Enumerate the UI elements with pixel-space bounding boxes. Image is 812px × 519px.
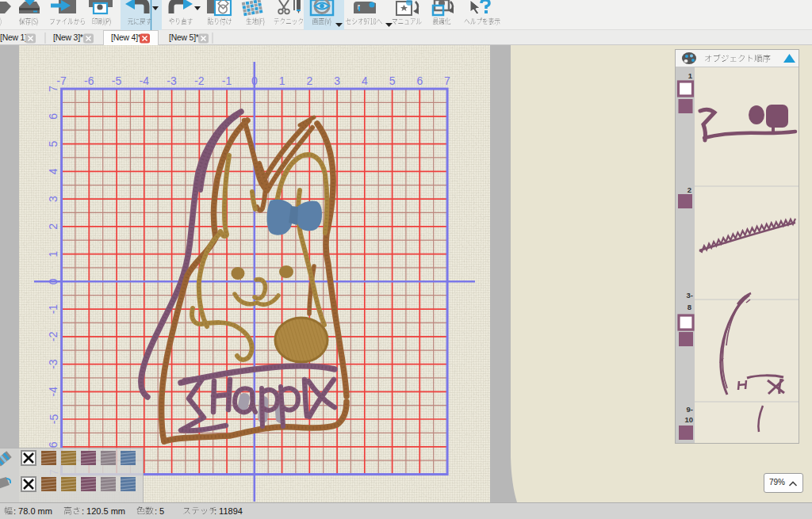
svg-text:6: 6 [416, 74, 423, 87]
svg-text:-7: -7 [56, 74, 67, 87]
svg-text:3: 3 [48, 196, 60, 202]
svg-text:[New 4]*: [New 4]* [111, 33, 141, 42]
svg-text:2: 2 [688, 185, 691, 194]
svg-text:-2: -2 [48, 331, 60, 342]
svg-text:10: 10 [684, 415, 693, 424]
svg-text:: 5: : 5 [155, 506, 164, 516]
svg-text:-1: -1 [48, 304, 60, 315]
svg-text:9-: 9- [687, 405, 693, 414]
svg-text:1: 1 [279, 74, 285, 87]
svg-text:0: 0 [251, 74, 258, 87]
svg-text:[New 5]*: [New 5]* [169, 33, 199, 42]
svg-text:-5: -5 [112, 74, 122, 87]
svg-text:7: 7 [444, 74, 450, 87]
svg-text:1: 1 [48, 250, 60, 257]
svg-text:0: 0 [48, 278, 60, 284]
svg-text:-1: -1 [222, 74, 232, 87]
svg-text:-3: -3 [48, 359, 60, 369]
svg-text:: 78.0 mm: : 78.0 mm [13, 506, 52, 516]
svg-text:1: 1 [688, 71, 693, 80]
svg-text:2: 2 [306, 74, 312, 87]
svg-text:-6: -6 [84, 74, 94, 87]
svg-text:3-: 3- [687, 291, 693, 300]
svg-text:6: 6 [48, 113, 60, 120]
svg-text:: 11894: : 11894 [214, 506, 243, 516]
svg-text:2: 2 [48, 223, 60, 230]
svg-text:-4: -4 [140, 74, 150, 87]
svg-text:8: 8 [688, 303, 691, 311]
svg-text:[New 1]: [New 1] [0, 33, 27, 42]
svg-text:-2: -2 [194, 74, 205, 87]
svg-text:-5: -5 [48, 414, 60, 425]
svg-text:7: 7 [48, 86, 60, 92]
svg-text:: 120.5 mm: : 120.5 mm [82, 506, 125, 516]
svg-text:[New 3]*: [New 3]* [53, 33, 83, 42]
svg-text:4: 4 [362, 74, 368, 87]
svg-text:-4: -4 [48, 387, 60, 397]
svg-text:-3: -3 [167, 74, 177, 87]
svg-text:5: 5 [48, 140, 60, 147]
svg-text:4: 4 [48, 168, 60, 174]
svg-text:3: 3 [334, 74, 340, 87]
svg-text:5: 5 [389, 74, 396, 87]
